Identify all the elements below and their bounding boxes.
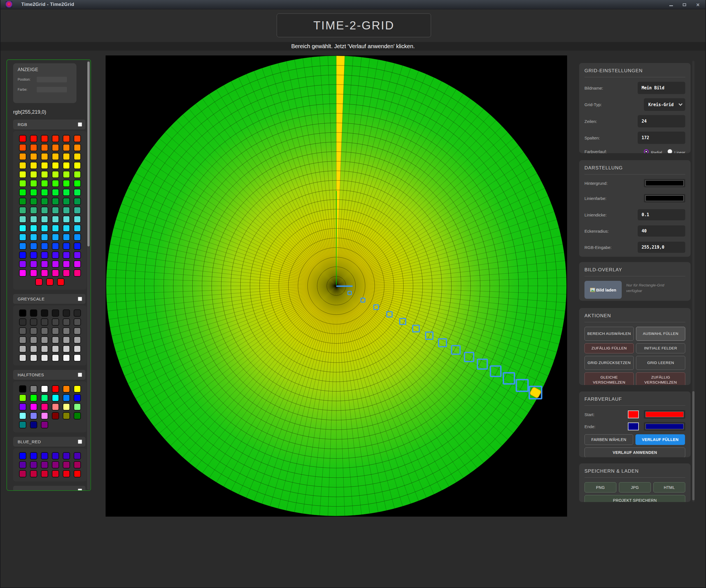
color-swatch[interactable] <box>52 171 59 178</box>
color-swatch[interactable] <box>41 189 48 196</box>
color-swatch[interactable] <box>30 318 37 326</box>
color-swatch[interactable] <box>41 394 48 401</box>
color-swatch[interactable] <box>30 162 37 169</box>
palette-checkbox-halftones[interactable] <box>78 373 82 377</box>
color-swatch[interactable] <box>41 207 48 214</box>
color-swatch[interactable] <box>74 198 81 205</box>
color-swatch[interactable] <box>30 421 37 428</box>
color-swatch[interactable] <box>41 327 48 335</box>
color-swatch[interactable] <box>52 403 59 410</box>
color-swatch[interactable] <box>63 412 70 420</box>
minimize-button[interactable] <box>668 2 673 7</box>
color-swatch[interactable] <box>30 385 37 393</box>
color-swatch[interactable] <box>30 189 37 196</box>
color-swatch[interactable] <box>41 234 48 241</box>
grid-zuruecksetzen-button[interactable]: GRID ZURÜCKSETZEN <box>584 356 634 370</box>
color-swatch[interactable] <box>74 225 81 232</box>
color-swatch[interactable] <box>30 198 37 205</box>
save-png-button[interactable]: PNG <box>584 482 616 493</box>
color-swatch[interactable] <box>41 251 48 259</box>
start-color-picker[interactable] <box>644 410 685 419</box>
color-swatch[interactable] <box>74 171 81 178</box>
color-swatch[interactable] <box>30 180 37 187</box>
color-swatch[interactable] <box>30 461 37 468</box>
color-swatch[interactable] <box>74 403 81 410</box>
color-swatch[interactable] <box>74 162 81 169</box>
color-swatch[interactable] <box>52 207 59 214</box>
color-swatch[interactable] <box>30 309 37 317</box>
color-swatch[interactable] <box>74 345 81 353</box>
color-swatch[interactable] <box>41 261 48 268</box>
palette-checkbox-blue_red[interactable] <box>78 440 82 444</box>
color-swatch[interactable] <box>30 215 37 223</box>
color-swatch[interactable] <box>30 251 37 259</box>
color-swatch[interactable] <box>30 153 37 160</box>
color-swatch[interactable] <box>63 403 70 410</box>
color-swatch[interactable] <box>57 278 65 286</box>
color-swatch[interactable] <box>41 470 48 477</box>
color-swatch[interactable] <box>41 421 48 428</box>
color-swatch[interactable] <box>52 225 59 232</box>
sidebar-scrollbar[interactable] <box>87 61 90 490</box>
color-swatch[interactable] <box>41 153 48 160</box>
color-swatch[interactable] <box>30 470 37 477</box>
color-swatch[interactable] <box>63 470 70 477</box>
color-swatch[interactable] <box>30 403 37 410</box>
color-swatch[interactable] <box>19 345 26 353</box>
color-swatch[interactable] <box>19 242 26 250</box>
color-swatch[interactable] <box>41 403 48 410</box>
color-swatch[interactable] <box>74 215 81 223</box>
color-swatch[interactable] <box>41 180 48 187</box>
color-swatch[interactable] <box>74 251 81 259</box>
color-swatch[interactable] <box>63 153 70 160</box>
gleiche-verschmelzen-button[interactable]: GLEICHE VERSCHMELZEN <box>584 373 634 385</box>
color-swatch[interactable] <box>52 144 59 151</box>
color-swatch[interactable] <box>52 269 59 277</box>
color-swatch[interactable] <box>41 385 48 393</box>
color-swatch[interactable] <box>30 135 37 142</box>
right-scrollbar[interactable] <box>692 61 695 502</box>
color-swatch[interactable] <box>41 461 48 468</box>
color-swatch[interactable] <box>52 198 59 205</box>
color-swatch[interactable] <box>41 135 48 142</box>
color-swatch[interactable] <box>41 309 48 317</box>
color-swatch[interactable] <box>63 309 70 317</box>
color-swatch[interactable] <box>41 412 48 420</box>
color-swatch[interactable] <box>74 412 81 420</box>
color-swatch[interactable] <box>74 153 81 160</box>
color-swatch[interactable] <box>19 215 26 223</box>
color-swatch[interactable] <box>52 354 59 361</box>
save-jpg-button[interactable]: JPG <box>619 482 651 493</box>
color-swatch[interactable] <box>30 234 37 241</box>
bereich-auswaehlen-button[interactable]: BEREICH AUSWÄHLEN <box>584 327 634 341</box>
color-swatch[interactable] <box>19 403 26 410</box>
color-swatch[interactable] <box>30 269 37 277</box>
color-swatch[interactable] <box>41 269 48 277</box>
color-swatch[interactable] <box>74 309 81 317</box>
color-swatch[interactable] <box>52 385 59 393</box>
color-swatch[interactable] <box>30 412 37 420</box>
color-swatch[interactable] <box>63 354 70 361</box>
color-swatch[interactable] <box>63 135 70 142</box>
color-swatch[interactable] <box>74 394 81 401</box>
color-swatch[interactable] <box>74 327 81 335</box>
color-swatch[interactable] <box>63 394 70 401</box>
color-swatch[interactable] <box>63 345 70 353</box>
verlauf-fuellen-button[interactable]: VERLAUF FÜLLEN <box>635 434 685 445</box>
color-swatch[interactable] <box>63 318 70 326</box>
color-swatch[interactable] <box>63 461 70 468</box>
color-swatch[interactable] <box>41 171 48 178</box>
color-swatch[interactable] <box>19 461 26 468</box>
color-swatch[interactable] <box>74 261 81 268</box>
color-swatch[interactable] <box>46 278 53 286</box>
save-html-button[interactable]: HTML <box>653 482 685 493</box>
color-swatch[interactable] <box>19 234 26 241</box>
bild-laden-button[interactable]: Bild laden <box>584 281 622 299</box>
color-swatch[interactable] <box>74 144 81 151</box>
color-swatch[interactable] <box>52 180 59 187</box>
circle-grid-svg[interactable] <box>106 55 567 517</box>
color-swatch[interactable] <box>41 162 48 169</box>
color-swatch[interactable] <box>19 162 26 169</box>
verlauf-anwenden-button[interactable]: VERLAUF ANWENDEN <box>584 447 685 457</box>
color-swatch[interactable] <box>63 242 70 250</box>
